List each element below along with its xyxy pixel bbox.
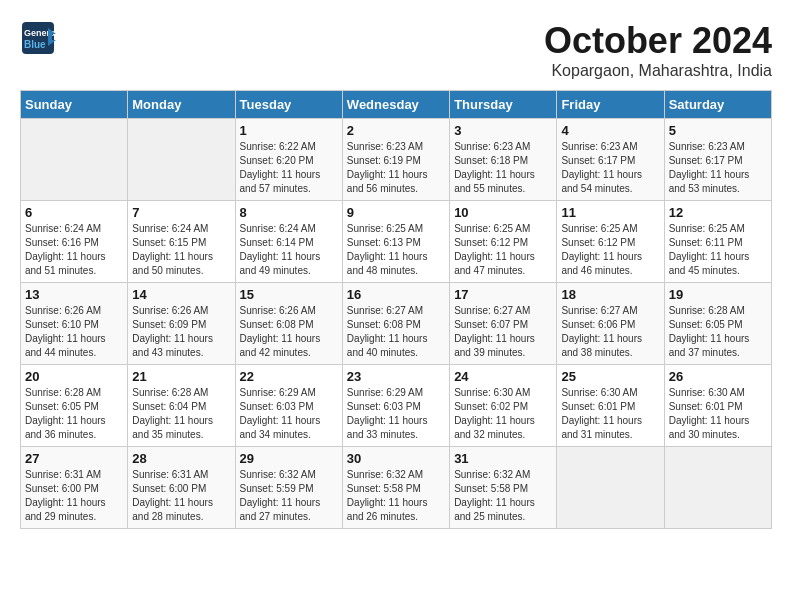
day-number: 19 [669, 287, 767, 302]
day-number: 13 [25, 287, 123, 302]
calendar-cell: 30Sunrise: 6:32 AM Sunset: 5:58 PM Dayli… [342, 447, 449, 529]
day-number: 22 [240, 369, 338, 384]
calendar-cell: 19Sunrise: 6:28 AM Sunset: 6:05 PM Dayli… [664, 283, 771, 365]
calendar-table: SundayMondayTuesdayWednesdayThursdayFrid… [20, 90, 772, 529]
day-info: Sunrise: 6:26 AM Sunset: 6:08 PM Dayligh… [240, 304, 338, 360]
header-friday: Friday [557, 91, 664, 119]
header-thursday: Thursday [450, 91, 557, 119]
day-number: 5 [669, 123, 767, 138]
day-info: Sunrise: 6:32 AM Sunset: 5:59 PM Dayligh… [240, 468, 338, 524]
calendar-cell: 1Sunrise: 6:22 AM Sunset: 6:20 PM Daylig… [235, 119, 342, 201]
calendar-cell: 21Sunrise: 6:28 AM Sunset: 6:04 PM Dayli… [128, 365, 235, 447]
calendar-cell: 31Sunrise: 6:32 AM Sunset: 5:58 PM Dayli… [450, 447, 557, 529]
day-number: 4 [561, 123, 659, 138]
day-number: 25 [561, 369, 659, 384]
day-number: 11 [561, 205, 659, 220]
svg-text:Blue: Blue [24, 39, 46, 50]
calendar-cell: 29Sunrise: 6:32 AM Sunset: 5:59 PM Dayli… [235, 447, 342, 529]
day-number: 27 [25, 451, 123, 466]
day-number: 14 [132, 287, 230, 302]
day-info: Sunrise: 6:25 AM Sunset: 6:12 PM Dayligh… [454, 222, 552, 278]
day-number: 6 [25, 205, 123, 220]
day-info: Sunrise: 6:26 AM Sunset: 6:10 PM Dayligh… [25, 304, 123, 360]
day-info: Sunrise: 6:23 AM Sunset: 6:17 PM Dayligh… [561, 140, 659, 196]
calendar-cell: 12Sunrise: 6:25 AM Sunset: 6:11 PM Dayli… [664, 201, 771, 283]
day-info: Sunrise: 6:30 AM Sunset: 6:01 PM Dayligh… [669, 386, 767, 442]
calendar-cell: 16Sunrise: 6:27 AM Sunset: 6:08 PM Dayli… [342, 283, 449, 365]
day-number: 23 [347, 369, 445, 384]
calendar-cell: 8Sunrise: 6:24 AM Sunset: 6:14 PM Daylig… [235, 201, 342, 283]
day-number: 30 [347, 451, 445, 466]
day-info: Sunrise: 6:32 AM Sunset: 5:58 PM Dayligh… [454, 468, 552, 524]
day-number: 9 [347, 205, 445, 220]
day-info: Sunrise: 6:23 AM Sunset: 6:17 PM Dayligh… [669, 140, 767, 196]
page-subtitle: Kopargaon, Maharashtra, India [544, 62, 772, 80]
day-number: 31 [454, 451, 552, 466]
calendar-cell: 26Sunrise: 6:30 AM Sunset: 6:01 PM Dayli… [664, 365, 771, 447]
calendar-cell: 18Sunrise: 6:27 AM Sunset: 6:06 PM Dayli… [557, 283, 664, 365]
calendar-body: 1Sunrise: 6:22 AM Sunset: 6:20 PM Daylig… [21, 119, 772, 529]
title-section: October 2024 Kopargaon, Maharashtra, Ind… [544, 20, 772, 80]
day-info: Sunrise: 6:30 AM Sunset: 6:02 PM Dayligh… [454, 386, 552, 442]
day-info: Sunrise: 6:24 AM Sunset: 6:15 PM Dayligh… [132, 222, 230, 278]
day-number: 12 [669, 205, 767, 220]
day-info: Sunrise: 6:29 AM Sunset: 6:03 PM Dayligh… [240, 386, 338, 442]
calendar-week-2: 13Sunrise: 6:26 AM Sunset: 6:10 PM Dayli… [21, 283, 772, 365]
calendar-cell [21, 119, 128, 201]
day-info: Sunrise: 6:27 AM Sunset: 6:06 PM Dayligh… [561, 304, 659, 360]
header-monday: Monday [128, 91, 235, 119]
calendar-cell [557, 447, 664, 529]
day-info: Sunrise: 6:24 AM Sunset: 6:14 PM Dayligh… [240, 222, 338, 278]
calendar-cell: 7Sunrise: 6:24 AM Sunset: 6:15 PM Daylig… [128, 201, 235, 283]
calendar-week-4: 27Sunrise: 6:31 AM Sunset: 6:00 PM Dayli… [21, 447, 772, 529]
day-info: Sunrise: 6:31 AM Sunset: 6:00 PM Dayligh… [25, 468, 123, 524]
header-row: SundayMondayTuesdayWednesdayThursdayFrid… [21, 91, 772, 119]
logo: General Blue [20, 20, 56, 56]
day-number: 1 [240, 123, 338, 138]
calendar-cell: 5Sunrise: 6:23 AM Sunset: 6:17 PM Daylig… [664, 119, 771, 201]
day-info: Sunrise: 6:26 AM Sunset: 6:09 PM Dayligh… [132, 304, 230, 360]
day-info: Sunrise: 6:24 AM Sunset: 6:16 PM Dayligh… [25, 222, 123, 278]
header-saturday: Saturday [664, 91, 771, 119]
day-number: 26 [669, 369, 767, 384]
day-info: Sunrise: 6:28 AM Sunset: 6:04 PM Dayligh… [132, 386, 230, 442]
calendar-cell: 28Sunrise: 6:31 AM Sunset: 6:00 PM Dayli… [128, 447, 235, 529]
calendar-week-1: 6Sunrise: 6:24 AM Sunset: 6:16 PM Daylig… [21, 201, 772, 283]
calendar-cell: 3Sunrise: 6:23 AM Sunset: 6:18 PM Daylig… [450, 119, 557, 201]
calendar-cell: 2Sunrise: 6:23 AM Sunset: 6:19 PM Daylig… [342, 119, 449, 201]
day-number: 18 [561, 287, 659, 302]
day-info: Sunrise: 6:23 AM Sunset: 6:18 PM Dayligh… [454, 140, 552, 196]
calendar-cell [664, 447, 771, 529]
day-info: Sunrise: 6:29 AM Sunset: 6:03 PM Dayligh… [347, 386, 445, 442]
calendar-cell: 11Sunrise: 6:25 AM Sunset: 6:12 PM Dayli… [557, 201, 664, 283]
calendar-cell: 23Sunrise: 6:29 AM Sunset: 6:03 PM Dayli… [342, 365, 449, 447]
day-info: Sunrise: 6:30 AM Sunset: 6:01 PM Dayligh… [561, 386, 659, 442]
day-number: 24 [454, 369, 552, 384]
day-number: 28 [132, 451, 230, 466]
calendar-cell [128, 119, 235, 201]
day-info: Sunrise: 6:22 AM Sunset: 6:20 PM Dayligh… [240, 140, 338, 196]
day-number: 29 [240, 451, 338, 466]
day-number: 17 [454, 287, 552, 302]
calendar-cell: 17Sunrise: 6:27 AM Sunset: 6:07 PM Dayli… [450, 283, 557, 365]
day-number: 3 [454, 123, 552, 138]
calendar-week-0: 1Sunrise: 6:22 AM Sunset: 6:20 PM Daylig… [21, 119, 772, 201]
calendar-cell: 20Sunrise: 6:28 AM Sunset: 6:05 PM Dayli… [21, 365, 128, 447]
header-wednesday: Wednesday [342, 91, 449, 119]
calendar-cell: 10Sunrise: 6:25 AM Sunset: 6:12 PM Dayli… [450, 201, 557, 283]
day-info: Sunrise: 6:27 AM Sunset: 6:08 PM Dayligh… [347, 304, 445, 360]
calendar-cell: 24Sunrise: 6:30 AM Sunset: 6:02 PM Dayli… [450, 365, 557, 447]
day-info: Sunrise: 6:25 AM Sunset: 6:12 PM Dayligh… [561, 222, 659, 278]
day-number: 8 [240, 205, 338, 220]
calendar-cell: 15Sunrise: 6:26 AM Sunset: 6:08 PM Dayli… [235, 283, 342, 365]
day-info: Sunrise: 6:23 AM Sunset: 6:19 PM Dayligh… [347, 140, 445, 196]
day-info: Sunrise: 6:25 AM Sunset: 6:11 PM Dayligh… [669, 222, 767, 278]
calendar-cell: 4Sunrise: 6:23 AM Sunset: 6:17 PM Daylig… [557, 119, 664, 201]
calendar-cell: 27Sunrise: 6:31 AM Sunset: 6:00 PM Dayli… [21, 447, 128, 529]
day-info: Sunrise: 6:28 AM Sunset: 6:05 PM Dayligh… [25, 386, 123, 442]
day-number: 7 [132, 205, 230, 220]
calendar-cell: 6Sunrise: 6:24 AM Sunset: 6:16 PM Daylig… [21, 201, 128, 283]
calendar-cell: 22Sunrise: 6:29 AM Sunset: 6:03 PM Dayli… [235, 365, 342, 447]
day-number: 10 [454, 205, 552, 220]
day-info: Sunrise: 6:31 AM Sunset: 6:00 PM Dayligh… [132, 468, 230, 524]
